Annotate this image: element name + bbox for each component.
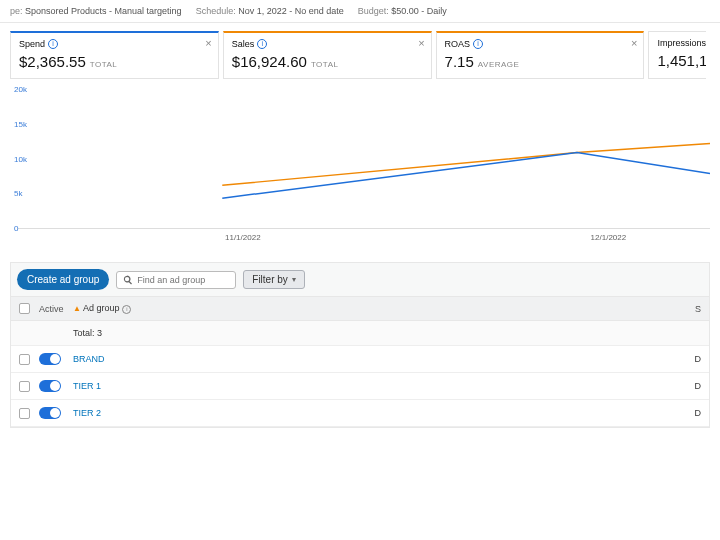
chevron-down-icon: ▾ (292, 275, 296, 284)
active-toggle[interactable] (39, 353, 61, 365)
chart-svg (40, 89, 710, 228)
filter-button[interactable]: Filter by▾ (243, 270, 305, 289)
create-adgroup-button[interactable]: Create ad group (17, 269, 109, 290)
adgroup-link[interactable]: BRAND (73, 354, 681, 364)
table-row: BRAND D (11, 346, 709, 373)
info-icon[interactable]: i (122, 305, 131, 314)
select-all-checkbox[interactable] (19, 303, 30, 314)
metric-spend[interactable]: × Spendi $2,365.55TOTAL (10, 31, 219, 79)
info-icon[interactable]: i (473, 39, 483, 49)
metric-roas[interactable]: × ROASi 7.15AVERAGE (436, 31, 645, 79)
col-active[interactable]: Active (39, 304, 73, 314)
active-toggle[interactable] (39, 380, 61, 392)
row-checkbox[interactable] (19, 381, 30, 392)
col-status[interactable]: S (681, 304, 701, 314)
table-total-row: Total: 3 (11, 321, 709, 346)
table-toolbar: Create ad group Filter by▾ (11, 263, 709, 297)
info-icon[interactable]: i (48, 39, 58, 49)
active-toggle[interactable] (39, 407, 61, 419)
adgroup-link[interactable]: TIER 2 (73, 408, 681, 418)
sort-icon: ▲ (73, 304, 81, 313)
chart: 20k 15k 10k 5k 0 11/1/2022 12/1/2022 (0, 79, 720, 242)
adgroups-table: Create ad group Filter by▾ Active ▲Ad gr… (10, 262, 710, 428)
metrics-row: × Spendi $2,365.55TOTAL × Salesi $16,924… (0, 23, 720, 79)
close-icon[interactable]: × (418, 37, 424, 49)
table-row: TIER 2 D (11, 400, 709, 427)
col-adgroup[interactable]: ▲Ad groupi (73, 303, 681, 314)
metric-impressions[interactable]: Impressions 1,451,1 (648, 31, 706, 79)
adgroup-link[interactable]: TIER 1 (73, 381, 681, 391)
campaign-header: pe: Sponsored Products - Manual targetin… (0, 0, 720, 23)
info-icon[interactable]: i (257, 39, 267, 49)
search-icon (123, 275, 133, 285)
table-row: TIER 1 D (11, 373, 709, 400)
row-checkbox[interactable] (19, 408, 30, 419)
close-icon[interactable]: × (631, 37, 637, 49)
close-icon[interactable]: × (205, 37, 211, 49)
search-input[interactable] (116, 271, 236, 289)
metric-sales[interactable]: × Salesi $16,924.60TOTAL (223, 31, 432, 79)
table-header: Active ▲Ad groupi S (11, 297, 709, 321)
row-checkbox[interactable] (19, 354, 30, 365)
